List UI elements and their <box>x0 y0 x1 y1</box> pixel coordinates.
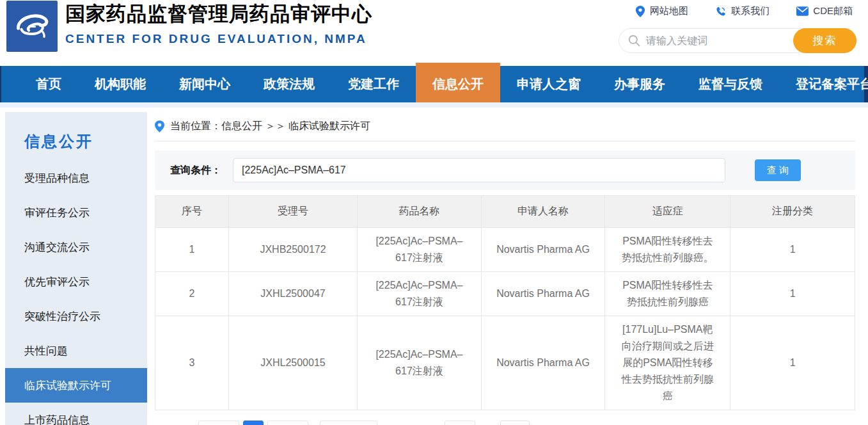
cell-indication: PSMA阳性转移性去势抵抗性前列腺癌 <box>605 272 730 316</box>
nav-item-info-disclosure[interactable]: 信息公开 <box>416 63 500 102</box>
phone-icon <box>715 6 727 17</box>
main-nav: 首页 机构职能 新闻中心 政策法规 党建工作 信息公开 申请人之窗 办事服务 监… <box>1 66 864 102</box>
cde-mail-link[interactable]: CDE邮箱 <box>796 5 853 17</box>
cell-indication: PSMA阳性转移性去势抵抗性前列腺癌。 <box>605 228 730 272</box>
nav-item-home[interactable]: 首页 <box>19 66 78 102</box>
nav-item-registration-platform[interactable]: 登记备案平台 <box>779 66 868 102</box>
sidebar-item-priority-review[interactable]: 优先审评公示 <box>5 264 147 299</box>
cell-registration-class: 1 <box>730 272 855 316</box>
page-size-select[interactable]: 10 条/页 <box>320 421 377 425</box>
cell-applicant: Novartis Pharma AG <box>481 272 605 316</box>
cell-acceptance-no: JXHL2500047 <box>228 272 357 316</box>
confirm-button[interactable]: 确定 <box>500 421 530 425</box>
table-row: 3 JXHL2500015 [225Ac]Ac–PSMA–617注射液 Nova… <box>155 316 855 410</box>
col-header-seq: 序号 <box>155 196 229 228</box>
cell-acceptance-no: JXHB2500172 <box>228 228 357 272</box>
contact-label: 联系我们 <box>731 5 769 17</box>
main-nav-wrap: 首页 机构职能 新闻中心 政策法规 党建工作 信息公开 申请人之窗 办事服务 监… <box>0 66 868 102</box>
contact-link[interactable]: 联系我们 <box>715 5 769 17</box>
cell-indication: [177Lu]Lu–PSMA靶向治疗期间或之后进展的PSMA阳性转移性去势抵抗性… <box>605 316 730 410</box>
pagination: 共 3 条 上一页 1 下一页 10 条/页 到第 页 确定 <box>155 421 855 425</box>
sidebar-item-marketed-drug-info[interactable]: 上市药品信息 <box>5 403 147 425</box>
quick-links: 网站地图 联系我们 CDE邮箱 <box>619 5 856 17</box>
query-panel: 查询条件： 查 询 <box>155 150 855 190</box>
sitemap-link[interactable]: 网站地图 <box>635 5 688 17</box>
col-header-indication: 适应症 <box>605 196 730 228</box>
cde-logo-icon <box>11 5 53 47</box>
col-header-applicant: 申请人名称 <box>481 196 605 228</box>
query-input[interactable] <box>233 158 725 182</box>
nav-under-strip <box>0 102 868 108</box>
cell-applicant: Novartis Pharma AG <box>481 316 605 410</box>
location-pin-icon <box>155 120 164 132</box>
breadcrumb: 当前位置：信息公开 ＞＞ 临床试验默示许可 <box>155 112 855 141</box>
cell-drug-name: [225Ac]Ac–PSMA–617注射液 <box>358 316 482 410</box>
nav-item-policy[interactable]: 政策法规 <box>247 66 331 102</box>
col-header-registration-class: 注册分类 <box>730 196 855 228</box>
content: 当前位置：信息公开 ＞＞ 临床试验默示许可 查询条件： 查 询 序号 受理号 药… <box>155 112 855 425</box>
pagination-group: 上一页 1 下一页 <box>198 421 312 425</box>
cell-seq: 2 <box>155 272 229 316</box>
cell-seq: 3 <box>155 316 229 410</box>
prev-page-button[interactable]: 上一页 <box>198 421 239 425</box>
site-title-cn: 国家药品监督管理局药品审评中心 <box>65 1 372 27</box>
table-row: 1 JXHB2500172 [225Ac]Ac–PSMA–617注射液 Nova… <box>155 228 855 272</box>
cell-seq: 1 <box>155 228 229 272</box>
sidebar-item-accepted-product-info[interactable]: 受理品种信息 <box>5 161 147 195</box>
table-row: 2 JXHL2500047 [225Ac]Ac–PSMA–617注射液 Nova… <box>155 272 855 316</box>
cell-drug-name: [225Ac]Ac–PSMA–617注射液 <box>358 228 482 272</box>
page-number-button[interactable]: 1 <box>243 421 264 425</box>
sidebar-item-clinical-trial-implied-license[interactable]: 临床试验默示许可 <box>5 368 147 403</box>
nav-item-organization[interactable]: 机构职能 <box>78 66 162 102</box>
nav-item-applicant-window[interactable]: 申请人之窗 <box>500 66 597 102</box>
header-right: 网站地图 联系我们 CDE邮箱 <box>619 5 856 53</box>
cde-logo <box>6 1 58 52</box>
nav-item-news[interactable]: 新闻中心 <box>162 66 247 102</box>
site-header: 国家药品监督管理局药品审评中心 CENTER FOR DRUG EVALUATI… <box>0 0 868 66</box>
results-table: 序号 受理号 药品名称 申请人名称 适应症 注册分类 1 JXHB2500172… <box>155 195 855 410</box>
search-icon <box>628 35 640 47</box>
sidebar-item-breakthrough-therapy[interactable]: 突破性治疗公示 <box>5 299 147 333</box>
table-header-row: 序号 受理号 药品名称 申请人名称 适应症 注册分类 <box>155 196 855 228</box>
cde-mail-label: CDE邮箱 <box>813 5 853 17</box>
search-button[interactable]: 搜索 <box>793 28 856 53</box>
cell-registration-class: 1 <box>730 228 855 272</box>
cell-acceptance-no: JXHL2500015 <box>228 316 357 410</box>
query-label: 查询条件： <box>170 164 221 177</box>
site-title-block: 国家药品监督管理局药品审评中心 CENTER FOR DRUG EVALUATI… <box>65 1 372 46</box>
nav-item-party-building[interactable]: 党建工作 <box>331 66 416 102</box>
sidebar-title: 信息公开 <box>5 112 147 161</box>
query-button[interactable]: 查 询 <box>755 159 801 181</box>
nav-item-supervision-feedback[interactable]: 监督与反馈 <box>682 66 779 102</box>
sidebar-item-review-task[interactable]: 审评任务公示 <box>5 195 147 230</box>
breadcrumb-text: 当前位置：信息公开 ＞＞ 临床试验默示许可 <box>170 120 370 133</box>
next-page-button[interactable]: 下一页 <box>267 421 308 425</box>
mail-icon <box>796 6 809 16</box>
map-pin-icon <box>635 6 645 17</box>
main-area: 信息公开 受理品种信息 审评任务公示 沟通交流公示 优先审评公示 突破性治疗公示… <box>0 112 868 425</box>
sidebar-item-common-issues[interactable]: 共性问题 <box>5 333 147 368</box>
cell-drug-name: [225Ac]Ac–PSMA–617注射液 <box>358 272 482 316</box>
site-title-en: CENTER FOR DRUG EVALUATION, NMPA <box>65 32 372 46</box>
site-search: 搜索 <box>619 28 856 53</box>
goto-page-input[interactable] <box>445 421 475 425</box>
sitemap-label: 网站地图 <box>650 5 688 17</box>
nav-item-services[interactable]: 办事服务 <box>597 66 682 102</box>
cell-applicant: Novartis Pharma AG <box>481 228 605 272</box>
sidebar-item-communication[interactable]: 沟通交流公示 <box>5 230 147 264</box>
col-header-drug-name: 药品名称 <box>358 196 482 228</box>
cell-registration-class: 1 <box>730 316 855 410</box>
sidebar: 信息公开 受理品种信息 审评任务公示 沟通交流公示 优先审评公示 突破性治疗公示… <box>5 112 147 425</box>
col-header-acceptance-no: 受理号 <box>228 196 357 228</box>
